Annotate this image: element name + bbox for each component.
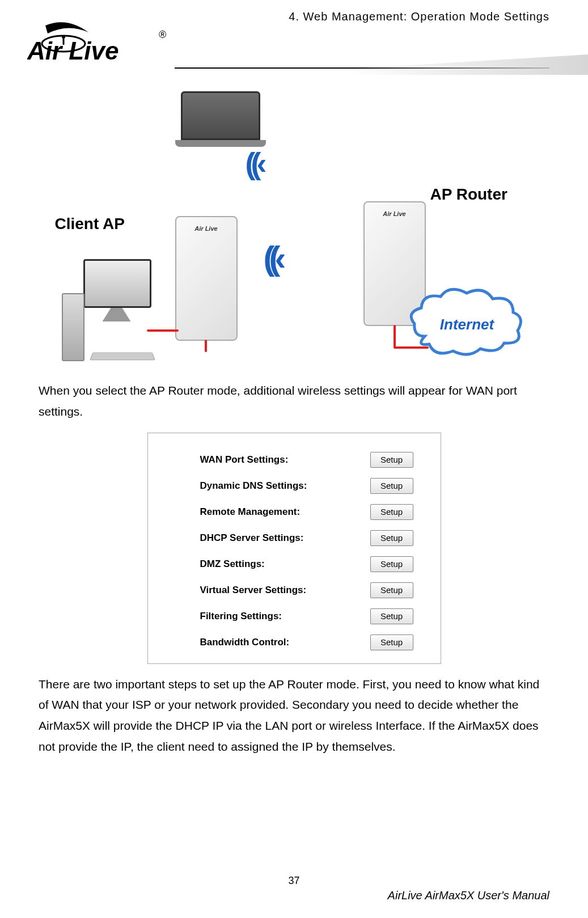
wireless-signal-icon: ((‹ bbox=[264, 239, 281, 278]
setting-row: Filtering Settings: Setup bbox=[200, 603, 413, 629]
setting-label: DMZ Settings: bbox=[200, 559, 265, 570]
network-topology-diagram: Client AP Air Live Air Live AP Router ((… bbox=[62, 91, 527, 369]
setting-label: Bandwidth Control: bbox=[200, 637, 290, 648]
laptop-icon bbox=[175, 91, 266, 154]
setting-label: Filtering Settings: bbox=[200, 611, 282, 622]
svg-text:Air Live: Air Live bbox=[27, 37, 119, 64]
setup-button-wan-port[interactable]: Setup bbox=[370, 452, 413, 468]
setting-label: Remote Management: bbox=[200, 506, 301, 518]
setting-row: DHCP Server Settings: Setup bbox=[200, 525, 413, 551]
paragraph-1: When you select the AP Router mode, addi… bbox=[39, 380, 549, 422]
setting-label: DHCP Server Settings: bbox=[200, 532, 304, 544]
internet-label: Internet bbox=[408, 316, 527, 333]
setting-row: DMZ Settings: Setup bbox=[200, 551, 413, 577]
client-ap-label: Client AP bbox=[55, 215, 125, 233]
setting-row: Dynamic DNS Settings: Setup bbox=[200, 473, 413, 499]
setting-row: Bandwidth Control: Setup bbox=[200, 629, 413, 655]
setup-button-bandwidth[interactable]: Setup bbox=[370, 634, 413, 650]
setting-row: Virtual Server Settings: Setup bbox=[200, 577, 413, 603]
ap-router-label: AP Router bbox=[430, 185, 507, 204]
setting-label: WAN Port Settings: bbox=[200, 454, 289, 466]
setup-button-dhcp[interactable]: Setup bbox=[370, 530, 413, 546]
paragraph-2: There are two important steps to set up … bbox=[39, 674, 549, 758]
internet-cloud-icon: Internet bbox=[408, 285, 527, 359]
wireless-signal-icon: ((‹ bbox=[246, 146, 263, 181]
page-number: 37 bbox=[39, 875, 549, 887]
airlive-logo: Air Live ® bbox=[27, 20, 169, 66]
client-ap-device-icon: Air Live bbox=[175, 216, 238, 341]
setup-button-filtering[interactable]: Setup bbox=[370, 608, 413, 624]
wan-settings-panel: WAN Port Settings: Setup Dynamic DNS Set… bbox=[147, 433, 441, 664]
desktop-pc-icon bbox=[62, 259, 158, 361]
footer-manual-title: AirLive AirMax5X User's Manual bbox=[39, 889, 549, 902]
setup-button-dmz[interactable]: Setup bbox=[370, 556, 413, 572]
setting-row: Remote Management: Setup bbox=[200, 499, 413, 525]
setting-row: WAN Port Settings: Setup bbox=[200, 447, 413, 473]
svg-text:®: ® bbox=[159, 29, 166, 40]
setup-button-virtual-server[interactable]: Setup bbox=[370, 582, 413, 598]
setting-label: Virtual Server Settings: bbox=[200, 585, 307, 596]
setup-button-ddns[interactable]: Setup bbox=[370, 478, 413, 494]
setting-label: Dynamic DNS Settings: bbox=[200, 480, 307, 492]
setup-button-remote-mgmt[interactable]: Setup bbox=[370, 504, 413, 520]
